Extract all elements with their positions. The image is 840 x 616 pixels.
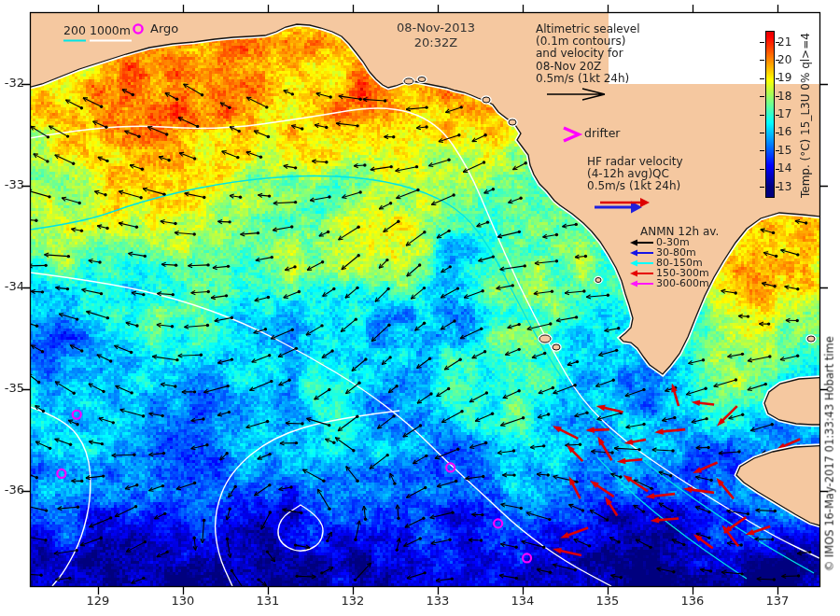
colorbar-tick-label: 15 bbox=[777, 145, 791, 157]
attribution-label: © IMOS 16-May-2017 01:33:43 Hobart time bbox=[824, 314, 836, 594]
time-label: 20:32Z bbox=[383, 36, 489, 49]
altimetric-line: 08-Nov 20Z bbox=[536, 61, 640, 73]
colorbar-title: Temp. (°C) 15_L3U 0% ql>=4 bbox=[800, 22, 812, 209]
y-tick-label: -34 bbox=[0, 280, 24, 293]
imos-sst-map-figure: 200 1000m Argo 08-Nov-2013 20:32Z Altime… bbox=[0, 0, 840, 616]
colorbar-tick-label: 13 bbox=[777, 181, 791, 193]
colorbar-tick-label: 19 bbox=[777, 72, 791, 84]
x-tick-label: 129 bbox=[79, 595, 117, 608]
x-tick-label: 136 bbox=[674, 595, 711, 608]
x-tick-label: 134 bbox=[504, 595, 541, 608]
altimetric-line: 0.5m/s (1kt 24h) bbox=[536, 73, 640, 85]
x-tick-label: 131 bbox=[249, 595, 287, 608]
date-label: 08-Nov-2013 bbox=[383, 21, 489, 35]
colorbar-tick-label: 14 bbox=[777, 162, 791, 175]
x-tick-label: 132 bbox=[334, 595, 371, 608]
x-tick-label: 133 bbox=[419, 595, 456, 608]
depth-200-label: 200 bbox=[63, 24, 86, 37]
x-tick-label: 137 bbox=[759, 595, 796, 608]
y-tick-label: -36 bbox=[0, 483, 24, 497]
hf-radar-line: 0.5m/s (1kt 24h) bbox=[587, 180, 683, 192]
y-tick-label: -32 bbox=[0, 77, 24, 90]
map-canvas bbox=[0, 0, 840, 616]
anmn-entry-label: 300-600m bbox=[656, 278, 709, 289]
x-tick-label: 135 bbox=[589, 595, 626, 608]
altimetric-line: and velocity for bbox=[536, 48, 640, 60]
colorbar-tick-label: 18 bbox=[777, 91, 791, 103]
y-tick-label: -33 bbox=[0, 178, 24, 191]
argo-label: Argo bbox=[150, 22, 178, 35]
depth-1000-label: 1000m bbox=[90, 24, 131, 37]
drifter-label: drifter bbox=[584, 127, 620, 140]
x-tick-label: 130 bbox=[164, 595, 202, 608]
colorbar-tick-label: 20 bbox=[777, 54, 791, 66]
colorbar-tick-label: 16 bbox=[777, 126, 791, 138]
colorbar-tick-label: 21 bbox=[777, 36, 791, 49]
y-tick-label: -35 bbox=[0, 382, 24, 395]
hf-radar-annotation: HF radar velocity(4-12h avg)QC0.5m/s (1k… bbox=[587, 156, 683, 193]
altimetric-annotation: Altimetric sealevel(0.1m contours)and ve… bbox=[536, 23, 640, 85]
colorbar-tick-label: 17 bbox=[777, 108, 791, 120]
